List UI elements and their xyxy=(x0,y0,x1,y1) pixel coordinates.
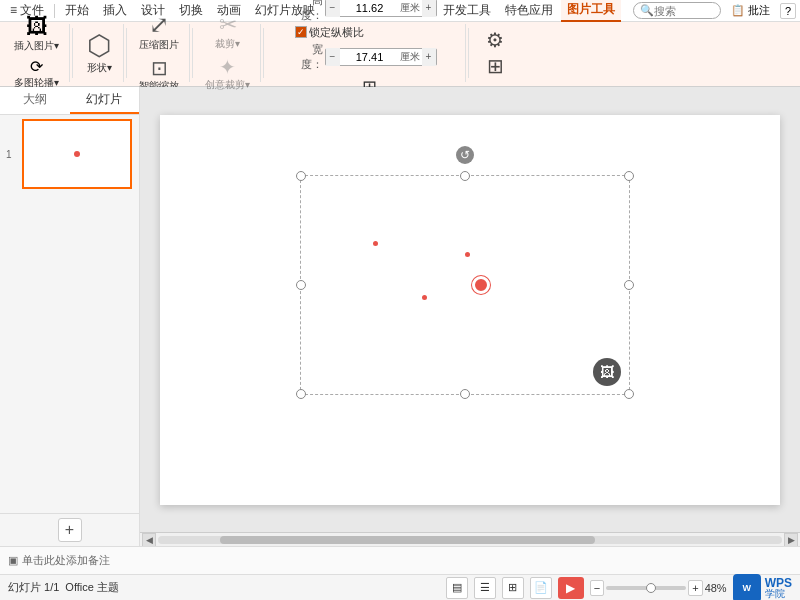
width-label: 宽度： xyxy=(295,42,323,72)
menu-picture-tool[interactable]: 图片工具 xyxy=(561,0,621,22)
handle-bottom-center[interactable] xyxy=(460,389,470,399)
handle-bottom-right[interactable] xyxy=(624,389,634,399)
scroll-track[interactable] xyxy=(158,536,782,544)
height-decrease-btn[interactable]: − xyxy=(326,0,340,17)
tab-outline[interactable]: 大纲 xyxy=(0,87,70,114)
ribbon-group-compress: ⤢ 压缩图片 ⊡ 智能缩放 xyxy=(129,24,190,82)
handle-middle-left[interactable] xyxy=(296,280,306,290)
rotate-handle[interactable]: ↺ xyxy=(456,146,474,164)
divider-1 xyxy=(72,28,73,78)
play-icon: ▶ xyxy=(566,581,575,595)
wps-sub-label: 学院 xyxy=(765,589,792,599)
handle-top-left[interactable] xyxy=(296,171,306,181)
height-input-wrapper: − 厘米 + xyxy=(325,0,437,17)
search-icon: 🔍 xyxy=(640,4,654,17)
adjust-btn[interactable]: ⚙ xyxy=(477,28,513,52)
ribbon: 🖼 插入图片▾ ⟳ 多图轮播▾ ⬡ 形状▾ ⤢ 压缩图片 ⊡ xyxy=(0,22,800,87)
ribbon-content: 🖼 插入图片▾ ⟳ 多图轮播▾ ⬡ 形状▾ ⤢ 压缩图片 ⊡ xyxy=(4,24,796,82)
play-slideshow-btn[interactable]: ▶ xyxy=(558,577,584,599)
left-bottom: + xyxy=(0,513,139,546)
scroll-thumb[interactable] xyxy=(220,536,594,544)
handle-bottom-left[interactable] xyxy=(296,389,306,399)
add-slide-btn[interactable]: + xyxy=(58,518,82,542)
insert-image-icon: 🖼 xyxy=(26,16,48,38)
search-input[interactable] xyxy=(654,5,714,17)
zoom-plus-btn[interactable]: + xyxy=(688,580,702,596)
handle-icon: ⊞ xyxy=(487,56,504,76)
small-dot-2 xyxy=(422,295,427,300)
notes-icon: ▣ xyxy=(8,554,18,567)
wps-logo[interactable]: W WPS 学院 xyxy=(733,574,792,601)
handle-btn[interactable]: ⊞ xyxy=(477,54,513,78)
main-dot xyxy=(472,276,490,294)
shape-btn[interactable]: ⬡ 形状▾ xyxy=(81,24,117,82)
main-area: 大纲 幻灯片 1 + ↺ xyxy=(0,87,800,546)
view-normal-btn[interactable]: ▤ xyxy=(446,577,468,599)
compress-icon: ⤢ xyxy=(149,13,169,37)
slide-preview-1[interactable] xyxy=(22,119,132,189)
slide-list: 1 xyxy=(0,115,139,513)
height-row: 高度： − 厘米 + xyxy=(295,0,437,23)
slide-number-1: 1 xyxy=(6,149,12,160)
insert-image-btn[interactable]: 🖼 插入图片▾ xyxy=(10,14,63,55)
handle-top-center[interactable] xyxy=(460,171,470,181)
multi-rotate-icon: ⟳ xyxy=(30,59,43,75)
width-row: 宽度： − 厘米 + xyxy=(295,42,437,72)
height-increase-btn[interactable]: + xyxy=(422,0,436,17)
image-icon: 🖼 xyxy=(600,364,614,380)
menu-insert[interactable]: 插入 xyxy=(97,0,133,21)
small-dot-1 xyxy=(373,241,378,246)
comment-btn[interactable]: 📋 批注 xyxy=(725,2,776,19)
zoom-minus-btn[interactable]: − xyxy=(590,580,604,596)
creative-crop-btn[interactable]: ✦ 创意裁剪▾ xyxy=(201,55,254,94)
scroll-right-btn[interactable]: ▶ xyxy=(784,533,798,547)
crop-icon: ✂ xyxy=(219,14,237,36)
image-overlay-icon[interactable]: 🖼 xyxy=(593,358,621,386)
width-decrease-btn[interactable]: − xyxy=(326,48,340,66)
help-btn[interactable]: ? xyxy=(780,3,796,19)
notes-placeholder: 单击此处添加备注 xyxy=(22,553,110,568)
zoom-thumb[interactable] xyxy=(646,583,656,593)
slide-canvas[interactable]: ↺ xyxy=(160,115,780,505)
zoom-controls: − + 48% xyxy=(590,580,727,596)
tab-slides[interactable]: 幻灯片 xyxy=(70,87,140,114)
rotate-icon: ↺ xyxy=(460,148,470,162)
menu-start[interactable]: 开始 xyxy=(59,0,95,21)
notes-bar[interactable]: ▣ 单击此处添加备注 xyxy=(0,546,800,574)
handle-middle-right[interactable] xyxy=(624,280,634,290)
height-input[interactable] xyxy=(340,0,400,16)
width-input[interactable] xyxy=(340,49,400,65)
zoom-level: 48% xyxy=(705,582,727,594)
theme-info: Office 主题 xyxy=(65,580,119,595)
menu-devtools[interactable]: 开发工具 xyxy=(437,0,497,21)
scroll-left-btn[interactable]: ◀ xyxy=(142,533,156,547)
slide-preview-dot xyxy=(74,151,80,157)
crop-label: 裁剪▾ xyxy=(215,37,240,51)
canvas-scroll[interactable]: ↺ xyxy=(140,87,800,532)
lock-row: ✓ 锁定纵横比 xyxy=(295,25,437,40)
search-box[interactable]: 🔍 xyxy=(633,2,721,19)
ribbon-group-extra: ⚙ ⊞ xyxy=(471,24,519,82)
wps-brand: WPS xyxy=(765,577,792,589)
menu-special[interactable]: 特色应用 xyxy=(499,0,559,21)
view-reading-btn[interactable]: 📄 xyxy=(530,577,552,599)
handle-top-right[interactable] xyxy=(624,171,634,181)
insert-image-label: 插入图片▾ xyxy=(14,39,59,53)
width-increase-btn[interactable]: + xyxy=(422,48,436,66)
status-right: ▤ ☰ ⊞ 📄 ▶ − + 48% W WPS 学院 xyxy=(446,574,792,601)
crop-btn[interactable]: ✂ 裁剪▾ xyxy=(210,12,246,53)
canvas-area: ↺ xyxy=(140,87,800,546)
ribbon-group-shape: ⬡ 形状▾ xyxy=(75,24,124,82)
compress-btn[interactable]: ⤢ 压缩图片 xyxy=(135,11,183,54)
horizontal-scrollbar[interactable]: ◀ ▶ xyxy=(140,532,800,546)
panel-tabs: 大纲 幻灯片 xyxy=(0,87,139,115)
lock-checkbox[interactable]: ✓ xyxy=(295,26,307,38)
adjust-icon: ⚙ xyxy=(486,30,504,50)
view-outline-btn[interactable]: ☰ xyxy=(474,577,496,599)
selection-box[interactable]: ↺ xyxy=(300,175,630,395)
dimensions-controls: 高度： − 厘米 + ✓ 锁定纵横比 宽度： − xyxy=(295,0,437,72)
zoom-slider[interactable] xyxy=(606,586,686,590)
height-unit: 厘米 xyxy=(400,1,422,15)
slide-thumb-1[interactable]: 1 xyxy=(22,119,135,189)
view-sorter-btn[interactable]: ⊞ xyxy=(502,577,524,599)
